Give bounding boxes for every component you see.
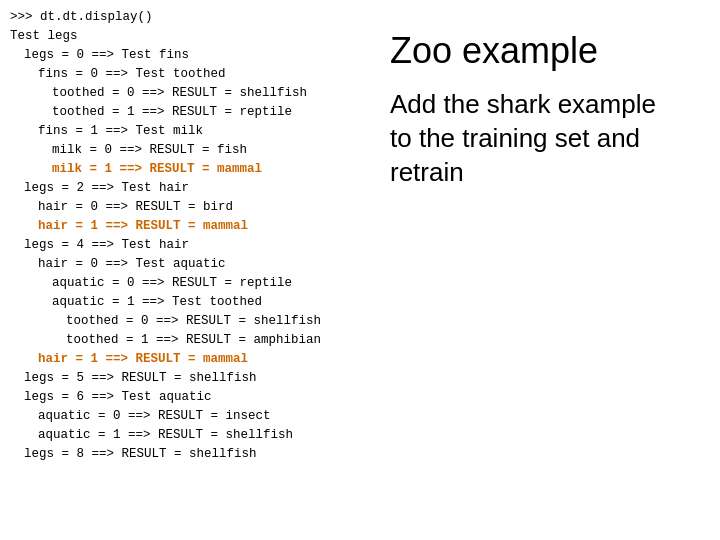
description-text: Add the shark exampleto the training set… [390, 88, 700, 189]
tree-line: legs = 6 ==> Test aquatic [10, 388, 370, 407]
tree-line: legs = 4 ==> Test hair [10, 236, 370, 255]
tree-line: toothed = 1 ==> RESULT = reptile [10, 103, 370, 122]
page-title: Zoo example [390, 30, 700, 72]
tree-line: legs = 0 ==> Test fins [10, 46, 370, 65]
tree-line: milk = 1 ==> RESULT = mammal [10, 160, 370, 179]
tree-line: toothed = 0 ==> RESULT = shellfish [10, 84, 370, 103]
tree-line: toothed = 1 ==> RESULT = amphibian [10, 331, 370, 350]
right-panel: Zoo example Add the shark exampleto the … [390, 30, 700, 189]
tree-line: toothed = 0 ==> RESULT = shellfish [10, 312, 370, 331]
tree-line: milk = 0 ==> RESULT = fish [10, 141, 370, 160]
tree-line: hair = 0 ==> Test aquatic [10, 255, 370, 274]
tree-line: >>> dt.dt.display() [10, 8, 370, 27]
tree-line: aquatic = 1 ==> RESULT = shellfish [10, 426, 370, 445]
tree-line: hair = 0 ==> RESULT = bird [10, 198, 370, 217]
left-panel: >>> dt.dt.display()Test legslegs = 0 ==>… [10, 8, 370, 464]
code-tree: >>> dt.dt.display()Test legslegs = 0 ==>… [10, 8, 370, 464]
tree-line: aquatic = 1 ==> Test toothed [10, 293, 370, 312]
tree-line: hair = 1 ==> RESULT = mammal [10, 217, 370, 236]
tree-line: aquatic = 0 ==> RESULT = reptile [10, 274, 370, 293]
tree-line: aquatic = 0 ==> RESULT = insect [10, 407, 370, 426]
tree-line: legs = 8 ==> RESULT = shellfish [10, 445, 370, 464]
tree-line: legs = 5 ==> RESULT = shellfish [10, 369, 370, 388]
tree-line: fins = 1 ==> Test milk [10, 122, 370, 141]
tree-line: hair = 1 ==> RESULT = mammal [10, 350, 370, 369]
tree-line: legs = 2 ==> Test hair [10, 179, 370, 198]
tree-line: fins = 0 ==> Test toothed [10, 65, 370, 84]
tree-line: Test legs [10, 27, 370, 46]
